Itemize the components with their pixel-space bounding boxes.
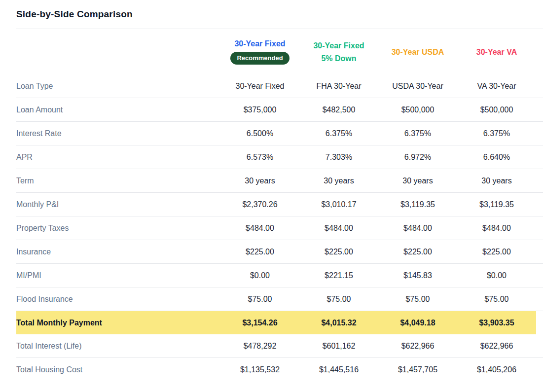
row-label: Term: [16, 177, 220, 185]
row-value: $500,000: [457, 106, 536, 114]
row-value: 30 years: [378, 177, 457, 185]
row-value: FHA 30-Year: [299, 82, 378, 91]
row-value: $1,445,516: [299, 365, 378, 374]
row-label: Total Monthly Payment: [16, 319, 220, 327]
row-value: $1,135,532: [220, 365, 299, 374]
row-label: Insurance: [16, 248, 220, 256]
row-label: Loan Amount: [16, 106, 220, 114]
row-value: $75.00: [378, 295, 457, 304]
row-value: $622,966: [378, 342, 457, 351]
row-value: $4,049.18: [378, 319, 457, 327]
row-value: $225.00: [220, 248, 299, 256]
row-value: $484.00: [378, 224, 457, 233]
row-value: $75.00: [299, 295, 378, 304]
row-value: $3,119.35: [457, 200, 536, 209]
row-value: $0.00: [220, 271, 299, 280]
row-label: APR: [16, 153, 220, 162]
row-value: $3,154.26: [220, 319, 299, 327]
row-label: Property Taxes: [16, 224, 220, 233]
row-value: $0.00: [457, 271, 536, 280]
row-value: $75.00: [220, 295, 299, 304]
row-value: $1,405,206: [457, 365, 536, 374]
row-value: $3,119.35: [378, 200, 457, 209]
table-row: MI/PMI $0.00 $221.15 $145.83 $0.00: [16, 264, 543, 287]
table-row: Total Housing Cost $1,135,532 $1,445,516…: [16, 358, 543, 381]
row-label: Total Housing Cost: [16, 365, 220, 374]
recommended-badge: Recommended: [230, 52, 289, 65]
column-header-label[interactable]: 30-Year Fixed: [234, 39, 285, 48]
row-label: Loan Type: [16, 82, 220, 91]
row-label: MI/PMI: [16, 271, 220, 280]
row-label: Interest Rate: [16, 129, 220, 138]
comparison-table-body: Loan Type 30-Year Fixed FHA 30-Year USDA…: [16, 74, 543, 381]
row-value: $482,500: [299, 106, 378, 114]
column-header-label[interactable]: 30-Year USDA: [392, 47, 444, 57]
row-value: $1,457,705: [378, 365, 457, 374]
row-label: Monthly P&I: [16, 200, 220, 209]
row-value: $225.00: [299, 248, 378, 256]
row-value: USDA 30-Year: [378, 82, 457, 91]
row-value: $3,010.17: [299, 200, 378, 209]
row-value: $75.00: [457, 295, 536, 304]
comparison-table-header: 30-Year Fixed Recommended 30-Year Fixed …: [16, 29, 543, 74]
row-value: $4,015.32: [299, 319, 378, 327]
row-value: $484.00: [457, 224, 536, 233]
column-header-30yr-va[interactable]: 30-Year VA: [457, 47, 536, 57]
row-value: 30 years: [220, 177, 299, 185]
row-value: $500,000: [378, 106, 457, 114]
row-label: Total Interest (Life): [16, 342, 220, 351]
row-value: 6.573%: [220, 153, 299, 162]
row-value: $622,966: [457, 342, 536, 351]
table-row: Loan Amount $375,000 $482,500 $500,000 $…: [16, 98, 543, 122]
row-value: 6.640%: [457, 153, 536, 162]
table-row: Total Monthly Payment $3,154.26 $4,015.3…: [16, 311, 543, 334]
row-value: $601,162: [299, 342, 378, 351]
row-value: $145.83: [378, 271, 457, 280]
column-header-30yr-fixed[interactable]: 30-Year Fixed Recommended: [220, 39, 299, 65]
table-row: Loan Type 30-Year Fixed FHA 30-Year USDA…: [16, 74, 543, 98]
table-row: Interest Rate 6.500% 6.375% 6.375% 6.375…: [16, 122, 543, 145]
row-value: 6.375%: [457, 129, 536, 138]
row-value: $3,903.35: [457, 319, 536, 327]
table-row: Total Interest (Life) $478,292 $601,162 …: [16, 334, 543, 358]
row-value: 30 years: [457, 177, 536, 185]
row-value: VA 30-Year: [457, 82, 536, 91]
row-value: $2,370.26: [220, 200, 299, 209]
row-value: $221.15: [299, 271, 378, 280]
table-row: Insurance $225.00 $225.00 $225.00 $225.0…: [16, 240, 543, 264]
row-value: $484.00: [299, 224, 378, 233]
row-value: $375,000: [220, 106, 299, 114]
column-header-label[interactable]: 30-Year Fixed: [313, 41, 364, 50]
row-value: 7.303%: [299, 153, 378, 162]
page-title: Side-by-Side Comparison: [16, 0, 543, 20]
column-header-30yr-usda[interactable]: 30-Year USDA: [378, 47, 457, 57]
table-row: Flood Insurance $75.00 $75.00 $75.00 $75…: [16, 287, 543, 311]
table-row: APR 6.573% 7.303% 6.972% 6.640%: [16, 145, 543, 169]
row-value: 6.500%: [220, 129, 299, 138]
row-value: 30 years: [299, 177, 378, 185]
table-row: Term 30 years 30 years 30 years 30 years: [16, 169, 543, 193]
table-row: Property Taxes $484.00 $484.00 $484.00 $…: [16, 216, 543, 240]
row-value: $484.00: [220, 224, 299, 233]
column-header-sublabel[interactable]: 5% Down: [321, 54, 356, 63]
row-value: 6.375%: [378, 129, 457, 138]
row-value: $225.00: [457, 248, 536, 256]
row-value: 6.375%: [299, 129, 378, 138]
column-header-label[interactable]: 30-Year VA: [476, 47, 517, 57]
row-value: 30-Year Fixed: [220, 82, 299, 91]
comparison-page: Side-by-Side Comparison 30-Year Fixed Re…: [0, 0, 543, 381]
row-value: 6.972%: [378, 153, 457, 162]
row-value: $478,292: [220, 342, 299, 351]
column-header-30yr-fixed-5-down[interactable]: 30-Year Fixed 5% Down: [299, 41, 378, 63]
table-row: Monthly P&I $2,370.26 $3,010.17 $3,119.3…: [16, 193, 543, 216]
row-value: $225.00: [378, 248, 457, 256]
row-label: Flood Insurance: [16, 295, 220, 304]
